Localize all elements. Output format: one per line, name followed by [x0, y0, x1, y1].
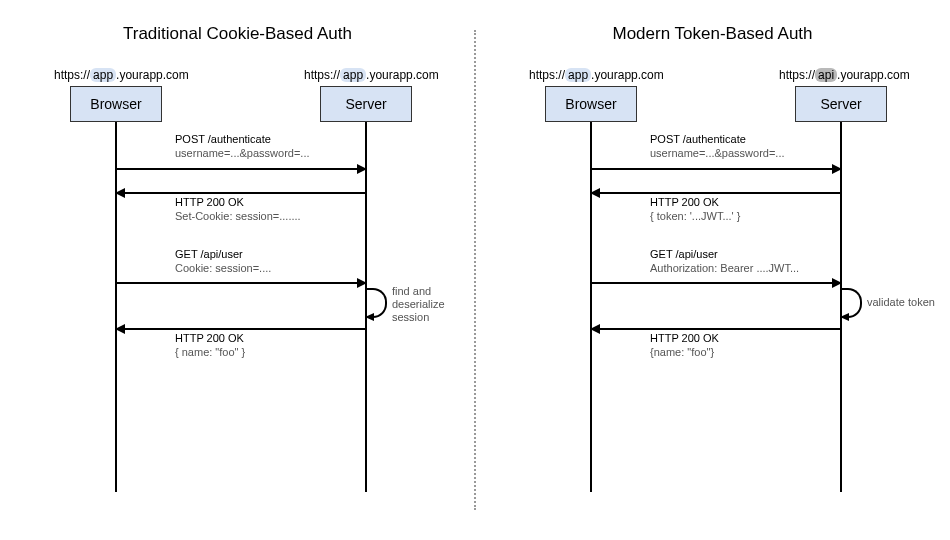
url-subdomain: app — [90, 68, 116, 82]
msg-authenticate: POST /authenticate username=...&password… — [650, 133, 785, 161]
server-url: https://api.yourapp.com — [779, 68, 910, 82]
panel-title: Modern Token-Based Auth — [475, 24, 950, 44]
msg-response: HTTP 200 OK { name: "foo" } — [175, 332, 245, 360]
cookie-auth-panel: Traditional Cookie-Based Auth https://ap… — [0, 0, 475, 540]
arrow-left-2 — [592, 328, 840, 330]
msg-response: HTTP 200 OK {name: "foo"} — [650, 332, 719, 360]
msg-line1: GET /api/user — [175, 248, 243, 260]
browser-box: Browser — [70, 86, 162, 122]
self-loop — [367, 288, 387, 318]
browser-box: Browser — [545, 86, 637, 122]
arrow-left-1 — [117, 192, 365, 194]
url-prefix: https:// — [54, 68, 90, 82]
url-subdomain: app — [340, 68, 366, 82]
server-box: Server — [795, 86, 887, 122]
msg-line2: username=...&password=... — [650, 147, 785, 159]
server-box: Server — [320, 86, 412, 122]
url-suffix: .yourapp.com — [366, 68, 439, 82]
self-loop — [842, 288, 862, 318]
url-suffix: .yourapp.com — [116, 68, 189, 82]
msg-line1: HTTP 200 OK — [175, 196, 244, 208]
msg-setcookie: HTTP 200 OK Set-Cookie: session=....... — [175, 196, 301, 224]
url-suffix: .yourapp.com — [837, 68, 910, 82]
arrow-right-2 — [117, 282, 365, 284]
url-prefix: https:// — [304, 68, 340, 82]
msg-line2: Cookie: session=.... — [175, 262, 271, 274]
browser-lifeline — [590, 122, 592, 492]
msg-getuser: GET /api/user Cookie: session=.... — [175, 248, 271, 276]
msg-line1: HTTP 200 OK — [175, 332, 244, 344]
arrow-right-2 — [592, 282, 840, 284]
msg-line1: POST /authenticate — [650, 133, 746, 145]
msg-line2: { token: '...JWT...' } — [650, 210, 740, 222]
self-loop-label: validate token — [867, 296, 935, 309]
arrow-right-1 — [592, 168, 840, 170]
browser-url: https://app.yourapp.com — [529, 68, 664, 82]
msg-line2: username=...&password=... — [175, 147, 310, 159]
msg-line2: Authorization: Bearer ....JWT... — [650, 262, 799, 274]
msg-line1: GET /api/user — [650, 248, 718, 260]
url-prefix: https:// — [529, 68, 565, 82]
arrow-left-1 — [592, 192, 840, 194]
msg-token: HTTP 200 OK { token: '...JWT...' } — [650, 196, 740, 224]
msg-line1: HTTP 200 OK — [650, 332, 719, 344]
url-subdomain: api — [815, 68, 837, 82]
self-loop-label: find and deserialize session — [392, 285, 445, 325]
browser-lifeline — [115, 122, 117, 492]
msg-line1: POST /authenticate — [175, 133, 271, 145]
arrow-right-1 — [117, 168, 365, 170]
panel-title: Traditional Cookie-Based Auth — [0, 24, 475, 44]
msg-line1: HTTP 200 OK — [650, 196, 719, 208]
url-suffix: .yourapp.com — [591, 68, 664, 82]
browser-url: https://app.yourapp.com — [54, 68, 189, 82]
url-subdomain: app — [565, 68, 591, 82]
msg-line2: { name: "foo" } — [175, 346, 245, 358]
msg-getuser: GET /api/user Authorization: Bearer ....… — [650, 248, 799, 276]
server-url: https://app.yourapp.com — [304, 68, 439, 82]
msg-authenticate: POST /authenticate username=...&password… — [175, 133, 310, 161]
msg-line2: Set-Cookie: session=....... — [175, 210, 301, 222]
token-auth-panel: Modern Token-Based Auth https://app.your… — [475, 0, 950, 540]
arrow-left-2 — [117, 328, 365, 330]
url-prefix: https:// — [779, 68, 815, 82]
msg-line2: {name: "foo"} — [650, 346, 714, 358]
